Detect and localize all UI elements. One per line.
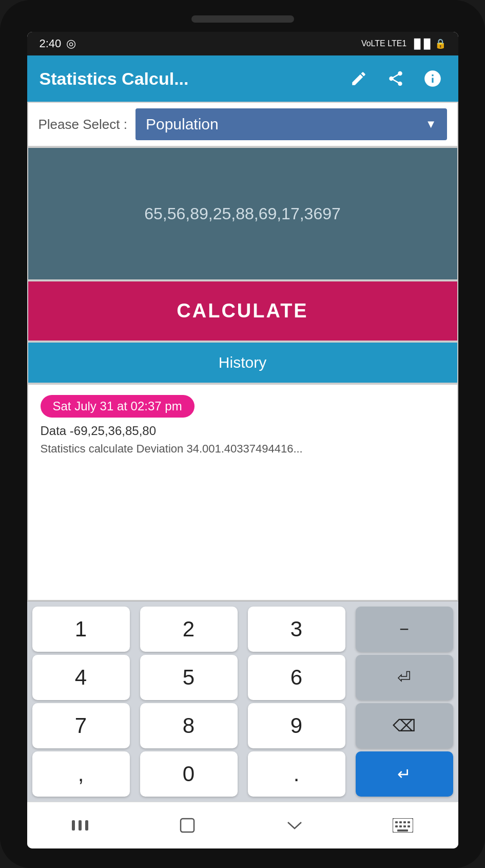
nav-bar xyxy=(27,802,458,848)
app-bar: Statistics Calcul... xyxy=(27,55,458,102)
key-8[interactable]: 8 xyxy=(140,703,238,748)
keyboard: 1 2 3 − 4 5 6 ⏎ 7 8 9 ⌫ , 0 xyxy=(27,601,458,802)
notch xyxy=(191,15,294,23)
key-minus[interactable]: − xyxy=(356,607,453,652)
svg-rect-12 xyxy=(408,825,410,827)
key-5[interactable]: 5 xyxy=(140,655,238,700)
data-value: 65,56,89,25,88,69,17,3697 xyxy=(129,194,356,234)
nav-back-button[interactable] xyxy=(56,813,105,838)
svg-rect-0 xyxy=(72,820,75,831)
svg-rect-13 xyxy=(397,829,408,832)
history-stats: Statistics calculate Deviation 34.001.40… xyxy=(41,442,445,456)
screen: 2:40 ◎ VoLTE LTE1 ▐▌█ 🔒 Statistics Calcu… xyxy=(27,32,458,848)
svg-rect-11 xyxy=(403,825,406,827)
key-7[interactable]: 7 xyxy=(32,703,130,748)
key-0[interactable]: 0 xyxy=(140,751,238,797)
data-input-area[interactable]: 65,56,89,25,88,69,17,3697 xyxy=(27,147,458,280)
key-2[interactable]: 2 xyxy=(140,607,238,652)
keyboard-row-3: 7 8 9 ⌫ xyxy=(27,703,458,748)
signal-label: VoLTE LTE1 xyxy=(361,39,406,48)
lock-icon: 🔒 xyxy=(435,38,446,49)
status-right: VoLTE LTE1 ▐▌█ 🔒 xyxy=(361,38,446,49)
info-button[interactable] xyxy=(419,65,446,92)
edit-button[interactable] xyxy=(345,65,372,92)
status-left: 2:40 ◎ xyxy=(40,37,76,50)
population-dropdown[interactable]: Population ▼ xyxy=(135,108,447,140)
key-1[interactable]: 1 xyxy=(32,607,130,652)
main-content: Please Select : Population ▼ 65,56,89,25… xyxy=(27,102,458,601)
app-title: Statistics Calcul... xyxy=(40,69,335,89)
key-enter-small[interactable]: ⏎ xyxy=(356,655,453,700)
key-6[interactable]: 6 xyxy=(248,655,345,700)
history-button[interactable]: History xyxy=(27,342,458,384)
history-data: Data -69,25,36,85,80 xyxy=(41,424,445,438)
key-dot[interactable]: . xyxy=(248,751,345,797)
share-button[interactable] xyxy=(382,65,409,92)
signal-bars-icon: ▐▌█ xyxy=(411,39,430,49)
key-backspace[interactable]: ⌫ xyxy=(356,703,453,748)
keyboard-row-1: 1 2 3 − xyxy=(27,607,458,652)
key-3[interactable]: 3 xyxy=(248,607,345,652)
svg-rect-6 xyxy=(399,821,402,823)
history-section: Sat July 31 at 02:37 pm Data -69,25,36,8… xyxy=(27,384,458,601)
calculate-button[interactable]: CALCULATE xyxy=(27,280,458,342)
svg-rect-7 xyxy=(403,821,406,823)
key-4[interactable]: 4 xyxy=(32,655,130,700)
nav-keyboard-button[interactable] xyxy=(377,813,429,838)
dropdown-selected-value: Population xyxy=(146,116,219,133)
keyboard-row-4: , 0 . ↵ xyxy=(27,751,458,797)
nav-home-button[interactable] xyxy=(163,812,211,839)
svg-rect-5 xyxy=(395,821,398,823)
key-return[interactable]: ↵ xyxy=(356,751,453,797)
status-bar: 2:40 ◎ VoLTE LTE1 ▐▌█ 🔒 xyxy=(27,32,458,55)
svg-rect-2 xyxy=(85,820,88,831)
key-9[interactable]: 9 xyxy=(248,703,345,748)
svg-rect-1 xyxy=(79,820,82,831)
history-timestamp: Sat July 31 at 02:37 pm xyxy=(41,395,195,418)
nav-down-button[interactable] xyxy=(270,814,319,837)
svg-rect-10 xyxy=(399,825,402,827)
keyboard-row-2: 4 5 6 ⏎ xyxy=(27,655,458,700)
dropdown-label: Please Select : xyxy=(38,117,127,133)
wifi-icon: ◎ xyxy=(66,37,76,50)
dropdown-row: Please Select : Population ▼ xyxy=(27,102,458,147)
chevron-down-icon: ▼ xyxy=(425,118,437,131)
svg-rect-8 xyxy=(408,821,410,823)
status-time: 2:40 xyxy=(40,37,62,50)
svg-rect-3 xyxy=(181,819,194,832)
phone-frame: 2:40 ◎ VoLTE LTE1 ▐▌█ 🔒 Statistics Calcu… xyxy=(0,0,485,868)
svg-rect-9 xyxy=(395,825,398,827)
key-comma[interactable]: , xyxy=(32,751,130,797)
